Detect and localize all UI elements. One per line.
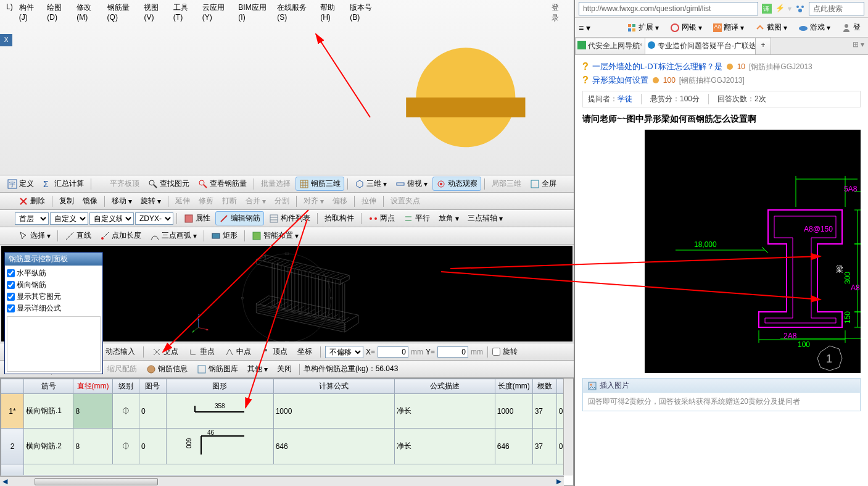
cell-shape[interactable]: 46009 [166, 429, 273, 464]
capture-btn[interactable]: 截图 ▾ [751, 20, 791, 35]
addlen-button[interactable]: 点加长度 [96, 228, 145, 243]
th-formula[interactable]: 计算公式 [273, 379, 394, 394]
custom-combo[interactable]: 自定义 [50, 212, 88, 225]
cell-desc[interactable]: 净长 [394, 394, 495, 429]
cell-diameter[interactable]: 8 [73, 429, 112, 464]
cell-lvl[interactable]: ⏀ [112, 429, 139, 464]
mid-snap[interactable]: 中点 [221, 345, 255, 359]
scrollbar-thumb[interactable] [35, 478, 158, 485]
menu-item[interactable]: 云应用(Y) [200, 1, 235, 174]
corner-button[interactable]: 放角 ▾ [435, 211, 463, 225]
th-len[interactable]: 长度(mm) [495, 379, 532, 394]
menu-item[interactable]: 构件(J) [17, 1, 44, 174]
table-row[interactable]: 1* 横向钢筋.1 8 ⏀ 0 358 1000 净长 1000 37 0 [1, 394, 573, 429]
offset-combo[interactable]: 不偏移 [325, 346, 363, 358]
delete-button[interactable]: 删除 [15, 194, 49, 208]
scroll-right-icon[interactable]: ▶ [554, 477, 564, 486]
floor-combo[interactable]: 首层 [15, 212, 49, 225]
image-icon[interactable] [588, 382, 597, 390]
local3d-button[interactable]: 局部三维 [488, 177, 525, 191]
orbit-button[interactable]: 动态观察 [432, 177, 481, 191]
cell-len[interactable]: 646 [495, 429, 532, 464]
menu-item[interactable]: BIM应用(I) [236, 1, 273, 174]
th-cnt[interactable]: 根数 [532, 379, 556, 394]
answer-body[interactable]: 回答即可得2贡献分，回答被采纳获得系统赠送20贡献分及提问者 [583, 393, 860, 411]
side-tab[interactable]: X [0, 34, 12, 46]
cell-name[interactable]: 横向钢筋.1 [23, 394, 73, 429]
tab[interactable]: 专业造价问题答疑平台-广联达× [645, 38, 756, 54]
close-btn[interactable]: 关闭 [273, 362, 296, 376]
cell-desc[interactable]: 净长 [394, 429, 495, 464]
cell-shape[interactable]: 358 [166, 394, 273, 429]
move-button[interactable]: 移动 ▾ [108, 194, 136, 208]
fullscreen-button[interactable]: 全屏 [526, 177, 560, 191]
th-level[interactable]: 级别 [112, 379, 139, 394]
translate-icon[interactable]: 译 [762, 4, 772, 14]
menu-item[interactable]: 视图(V) [141, 1, 169, 174]
perp-snap[interactable]: 垂点 [184, 345, 218, 359]
tab-menu-icon[interactable]: ⊞ ▾ [849, 38, 868, 54]
cell-calc[interactable]: 1000 [273, 394, 394, 429]
stretch-button[interactable]: 拉伸 [358, 194, 380, 208]
cell-cnt[interactable]: 37 [532, 429, 556, 464]
menu-icon[interactable]: ≡ ▾ [579, 23, 590, 33]
3d-button[interactable]: 三维 ▾ [351, 177, 391, 191]
cell-lvl[interactable]: ⏀ [112, 394, 139, 429]
scroll-left-icon[interactable]: ◀ [0, 477, 10, 486]
property-button[interactable]: 属性 [180, 211, 214, 225]
menu-item[interactable]: 绘图(D) [44, 1, 73, 174]
th-name[interactable]: 筋号 [23, 379, 73, 394]
bank-btn[interactable]: 网银 ▾ [666, 20, 706, 35]
rotate-button[interactable]: 旋转 ▾ [137, 194, 165, 208]
join-button[interactable]: 合并 ▾ [242, 194, 270, 208]
offset-button[interactable]: 偏移 [329, 194, 351, 208]
grip-button[interactable]: 设置夹点 [387, 194, 424, 208]
y-input[interactable] [437, 346, 468, 358]
info-btn[interactable]: 钢筋信息 [143, 362, 191, 376]
summary-button[interactable]: Σ汇总计算 [39, 177, 88, 191]
parallel-button[interactable]: 平行 [400, 211, 434, 225]
paw-icon[interactable] [795, 4, 805, 14]
definition-button[interactable]: 宇定义 [4, 177, 38, 191]
mirror-button[interactable]: 镜像 [79, 194, 101, 208]
th-diameter[interactable]: 直径(mm) [73, 379, 112, 394]
menu-item[interactable]: 工具(T) [171, 1, 199, 174]
table-row[interactable] [1, 464, 573, 476]
question-link[interactable]: 一层外墙处的L-DT标注怎么理解？是 [592, 61, 722, 72]
rect-button[interactable]: 矩形 [207, 228, 241, 243]
th-shape[interactable]: 图形 [166, 379, 273, 394]
split-button[interactable]: 分割 [271, 194, 293, 208]
cell-calc[interactable]: 646 [273, 429, 394, 464]
find-element-button[interactable]: 查找图元 [144, 177, 193, 191]
close-icon[interactable]: × [639, 41, 643, 48]
other-btn[interactable]: 其他 ▾ [244, 362, 271, 376]
menu-item[interactable]: L) [4, 1, 15, 174]
customline-combo[interactable]: 自定义线 [89, 212, 134, 225]
h-scrollbar[interactable]: ◀ ▶ [0, 476, 564, 486]
menu-item[interactable]: 钢筋量(Q) [105, 1, 141, 174]
tab[interactable]: 代安全上网导航× [575, 38, 645, 54]
lightning-icon[interactable]: ⚡ [775, 4, 784, 14]
cell-pic[interactable]: 0 [139, 429, 167, 464]
code-combo[interactable]: ZDYX-3 [135, 212, 173, 225]
login-btn[interactable]: 登 [838, 20, 864, 35]
copy-button[interactable]: 复制 [56, 194, 78, 208]
arc-button[interactable]: 三点画弧 ▾ [146, 228, 200, 243]
cell-pic[interactable]: 0 [139, 394, 167, 429]
trans-btn[interactable]: Aa翻译 ▾ [709, 20, 748, 35]
line-button[interactable]: 直线 [61, 228, 95, 243]
rebar-3d-button[interactable]: 钢筋三维 [296, 177, 344, 191]
pick-button[interactable]: 拾取构件 [321, 211, 358, 225]
dim-btn[interactable]: 缩尺配筋 [104, 362, 141, 376]
menu-item[interactable]: 帮助(H) [318, 1, 346, 174]
coord-snap[interactable]: 坐标 [294, 345, 316, 359]
check-rebar-button[interactable]: 查看钢筋量 [194, 177, 250, 191]
cell-name[interactable]: 横向钢筋.2 [23, 429, 73, 464]
edit-rebar-button[interactable]: 编辑钢筋 [215, 211, 264, 225]
cell-len[interactable]: 1000 [495, 394, 532, 429]
align-board-button[interactable]: 平齐板顶 [94, 177, 143, 191]
twopoint-button[interactable]: 两点 [365, 211, 399, 225]
break-button[interactable]: 打断 [218, 194, 241, 208]
search-input[interactable] [809, 2, 864, 15]
rotate-chk[interactable] [492, 348, 500, 356]
